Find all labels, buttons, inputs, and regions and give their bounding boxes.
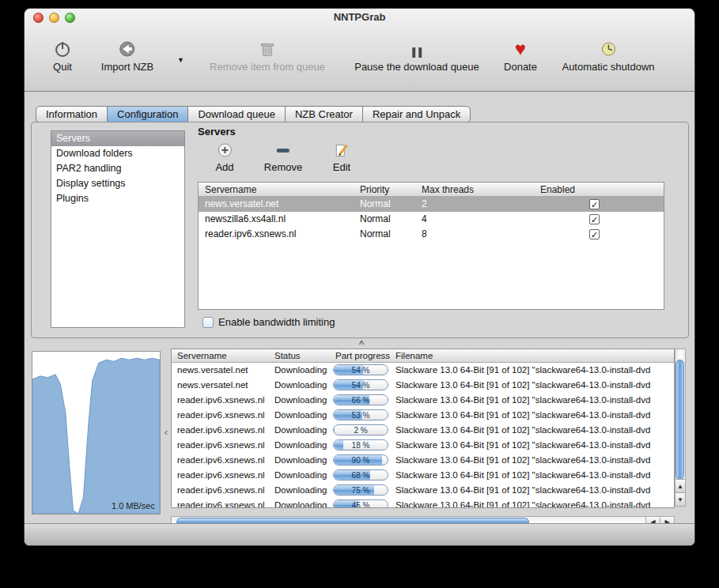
queue-servername: reader.ipv6.xsnews.nl bbox=[172, 453, 269, 468]
quit-button[interactable]: Quit bbox=[53, 31, 72, 73]
queue-filename: Slackware 13.0 64-Bit [91 of 102] "slack… bbox=[390, 363, 674, 378]
queue-status: Downloading bbox=[269, 483, 330, 498]
sidebar-item-download-folders[interactable]: Download folders bbox=[51, 146, 184, 161]
collapse-handle-icon[interactable]: ^ bbox=[356, 339, 367, 349]
server-row[interactable]: newszilla6.xs4all.nl Normal 4 ✓ bbox=[199, 212, 664, 227]
queue-row: reader.ipv6.xsnews.nl Downloading 18 % S… bbox=[172, 438, 674, 453]
server-priority: Normal bbox=[354, 197, 415, 212]
progress-bar: 2 % bbox=[333, 424, 388, 435]
add-server-button[interactable]: Add bbox=[215, 141, 233, 173]
import-nzb-icon bbox=[101, 31, 153, 61]
vertical-scrollbar[interactable]: ▲ ▼ bbox=[675, 349, 686, 507]
server-table: Servername Priority Max threads Enabled … bbox=[198, 182, 664, 310]
import-nzb-button[interactable]: Import NZB bbox=[101, 31, 153, 73]
bandwidth-limit-label: Enable bandwidth limiting bbox=[218, 316, 335, 328]
enabled-checkbox[interactable]: ✓ bbox=[589, 199, 600, 209]
server-max-threads: 4 bbox=[415, 212, 534, 227]
configuration-panel: Servers Download folders PAR2 handling D… bbox=[31, 122, 689, 338]
app-window: NNTPGrab Quit Import NZB ▼ Remove item f… bbox=[24, 8, 695, 546]
queue-servername: reader.ipv6.xsnews.nl bbox=[172, 438, 269, 453]
window-header: NNTPGrab Quit Import NZB ▼ Remove item f… bbox=[25, 9, 694, 92]
col-servername[interactable]: Servername bbox=[172, 349, 269, 362]
tab-configuration[interactable]: Configuration bbox=[107, 106, 188, 123]
progress-label: 18 % bbox=[334, 440, 388, 450]
sidebar-item-servers[interactable]: Servers bbox=[51, 131, 184, 146]
progress-bar: 66 % bbox=[333, 394, 388, 405]
progress-bar: 68 % bbox=[333, 469, 388, 481]
queue-servername: reader.ipv6.xsnews.nl bbox=[172, 483, 269, 498]
queue-row: reader.ipv6.xsnews.nl Downloading 68 % S… bbox=[172, 468, 674, 483]
tab-nzb-creator[interactable]: NZB Creator bbox=[285, 106, 363, 123]
server-name: newszilla6.xs4all.nl bbox=[199, 212, 354, 227]
pause-queue-button[interactable]: Pause the download queue bbox=[354, 31, 479, 73]
sidebar-item-display-settings[interactable]: Display settings bbox=[51, 176, 184, 191]
remove-server-button[interactable]: Remove bbox=[264, 141, 302, 173]
bandwidth-rate-label: 1.0 MB/sec bbox=[112, 501, 155, 511]
queue-row: reader.ipv6.xsnews.nl Downloading 45 % S… bbox=[172, 498, 674, 508]
bandwidth-limit-checkbox[interactable] bbox=[202, 317, 214, 328]
col-max-threads[interactable]: Max threads bbox=[415, 183, 534, 196]
col-filename[interactable]: Filename bbox=[390, 349, 674, 362]
col-priority[interactable]: Priority bbox=[354, 183, 415, 196]
queue-status: Downloading bbox=[269, 468, 330, 483]
queue-row: news.versatel.net Downloading 54 % Slack… bbox=[172, 378, 674, 393]
scroll-down-icon[interactable]: ▼ bbox=[675, 492, 685, 506]
progress-bar: 18 % bbox=[333, 439, 388, 450]
scroll-up-icon[interactable]: ▲ bbox=[675, 479, 685, 492]
queue-status: Downloading bbox=[269, 393, 330, 408]
import-nzb-dropdown-icon[interactable]: ▼ bbox=[177, 56, 184, 64]
col-enabled[interactable]: Enabled bbox=[534, 183, 664, 196]
progress-label: 90 % bbox=[334, 455, 388, 465]
queue-filename: Slackware 13.0 64-Bit [91 of 102] "slack… bbox=[390, 438, 674, 453]
queue-filename: Slackware 13.0 64-Bit [91 of 102] "slack… bbox=[390, 378, 674, 393]
window-title: NNTPGrab bbox=[25, 9, 694, 26]
titlebar[interactable]: NNTPGrab bbox=[25, 9, 694, 26]
queue-filename: Slackware 13.0 64-Bit [91 of 102] "slack… bbox=[390, 468, 674, 483]
edit-server-button[interactable]: Edit bbox=[333, 141, 350, 173]
queue-servername: reader.ipv6.xsnews.nl bbox=[172, 423, 269, 438]
tab-information[interactable]: Information bbox=[36, 106, 108, 123]
server-row[interactable]: reader.ipv6.xsnews.nl Normal 8 ✓ bbox=[199, 227, 664, 242]
progress-bar: 53 % bbox=[333, 409, 388, 420]
vertical-scrollbar-thumb[interactable] bbox=[675, 360, 684, 480]
queue-filename: Slackware 13.0 64-Bit [91 of 102] "slack… bbox=[390, 483, 674, 498]
queue-table-header[interactable]: Servername Status Part progress Filename bbox=[172, 349, 674, 363]
queue-status: Downloading bbox=[269, 378, 330, 393]
progress-bar: 54 % bbox=[333, 379, 388, 390]
progress-label: 66 % bbox=[334, 395, 388, 405]
enabled-checkbox[interactable]: ✓ bbox=[589, 229, 600, 239]
queue-row: reader.ipv6.xsnews.nl Downloading 90 % S… bbox=[172, 453, 674, 468]
auto-shutdown-button[interactable]: Automatic shutdown bbox=[562, 31, 654, 73]
queue-filename: Slackware 13.0 64-Bit [91 of 102] "slack… bbox=[390, 423, 674, 438]
splitter-handle-icon[interactable]: ‹ bbox=[161, 426, 171, 439]
server-name: reader.ipv6.xsnews.nl bbox=[199, 227, 354, 242]
remove-item-button: Remove item from queue bbox=[210, 31, 325, 73]
col-part-progress[interactable]: Part progress bbox=[330, 349, 390, 362]
progress-bar: 75 % bbox=[333, 484, 388, 496]
col-status[interactable]: Status bbox=[269, 349, 330, 362]
tab-bar: Information Configuration Download queue… bbox=[36, 106, 471, 123]
progress-bar: 90 % bbox=[333, 454, 388, 466]
server-priority: Normal bbox=[354, 212, 415, 227]
server-table-header[interactable]: Servername Priority Max threads Enabled bbox=[199, 183, 664, 197]
bandwidth-graph bbox=[32, 352, 160, 514]
col-servername[interactable]: Servername bbox=[199, 183, 354, 196]
bandwidth-graph-panel: 1.0 MB/sec bbox=[32, 351, 161, 514]
config-section-list: Servers Download folders PAR2 handling D… bbox=[51, 130, 185, 328]
heart-icon: ♥ bbox=[515, 40, 526, 58]
sidebar-item-plugins[interactable]: Plugins bbox=[51, 191, 184, 206]
tab-repair-unpack[interactable]: Repair and Unpack bbox=[362, 106, 471, 123]
sidebar-item-par2-handling[interactable]: PAR2 handling bbox=[51, 161, 184, 176]
tab-download-queue[interactable]: Download queue bbox=[187, 106, 286, 123]
queue-filename: Slackware 13.0 64-Bit [91 of 102] "slack… bbox=[390, 498, 674, 508]
server-max-threads: 8 bbox=[415, 227, 534, 242]
bandwidth-limit-row: Enable bandwidth limiting bbox=[202, 316, 335, 328]
server-row[interactable]: news.versatel.net Normal 2 ✓ bbox=[199, 197, 664, 212]
donate-button[interactable]: ♥ Donate bbox=[504, 31, 537, 73]
status-bar bbox=[25, 523, 694, 545]
auto-shutdown-icon bbox=[562, 31, 654, 61]
add-icon bbox=[215, 141, 233, 159]
queue-servername: reader.ipv6.xsnews.nl bbox=[172, 408, 269, 423]
queue-status: Downloading bbox=[269, 363, 330, 378]
enabled-checkbox[interactable]: ✓ bbox=[589, 214, 600, 224]
